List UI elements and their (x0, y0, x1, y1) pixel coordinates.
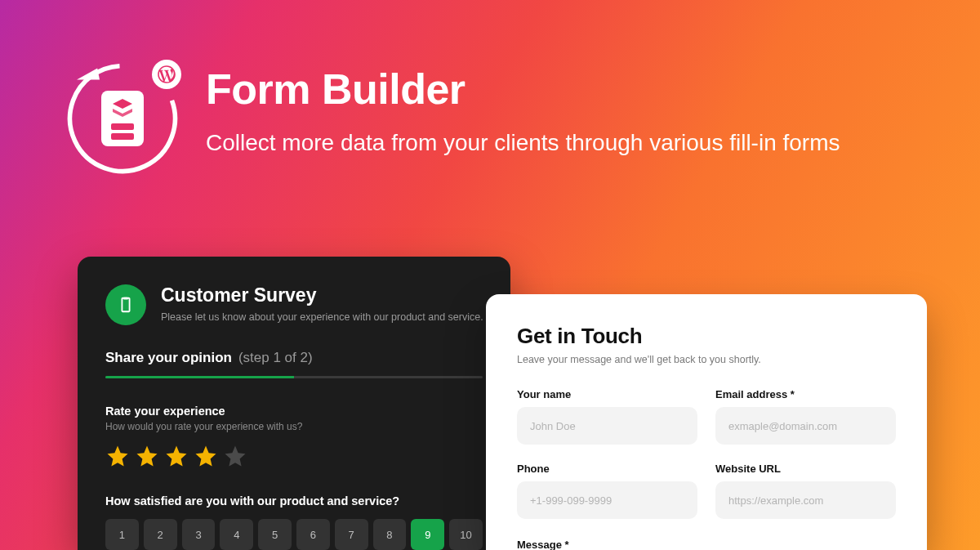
email-input[interactable] (715, 407, 896, 445)
star-icon[interactable] (223, 444, 247, 468)
survey-title: Customer Survey (161, 284, 483, 306)
scale-button[interactable]: 2 (144, 519, 177, 550)
website-field-group: Website URL (715, 463, 896, 519)
header: Form Builder Collect more data from your… (65, 61, 840, 176)
scale-button[interactable]: 8 (373, 519, 407, 550)
clipboard-icon (105, 284, 146, 325)
phone-label: Phone (517, 463, 697, 475)
contact-title: Get in Touch (517, 324, 896, 349)
scale-button[interactable]: 10 (449, 519, 483, 550)
scale-button[interactable]: 9 (411, 519, 444, 550)
email-label: Email address * (715, 388, 896, 400)
contact-card: Get in Touch Leave your message and we'l… (486, 294, 927, 550)
contact-subtitle: Leave your message and we'll get back to… (517, 354, 896, 365)
product-logo (65, 61, 180, 176)
website-label: Website URL (715, 463, 896, 475)
progress-bar (105, 376, 483, 378)
scale-button[interactable]: 1 (105, 519, 139, 550)
page-title: Form Builder (206, 65, 840, 114)
survey-description: Please let us know about your experience… (161, 311, 483, 323)
email-field-group: Email address * (715, 388, 896, 445)
svg-rect-4 (123, 297, 128, 300)
website-input[interactable] (715, 481, 896, 519)
document-stack-icon (101, 91, 144, 146)
form-previews: Customer Survey Please let us know about… (78, 257, 927, 550)
title-block: Form Builder Collect more data from your… (206, 61, 840, 160)
scale-button[interactable]: 6 (296, 519, 330, 550)
step-lead: Share your opinion (105, 350, 232, 366)
rating-label: Rate your experience (105, 405, 483, 418)
scale-button[interactable]: 4 (220, 519, 253, 550)
name-input[interactable] (517, 407, 697, 445)
wordpress-icon (152, 60, 181, 89)
scale-button[interactable]: 7 (335, 519, 368, 550)
progress-fill (105, 376, 294, 378)
phone-field-group: Phone (517, 463, 697, 519)
message-label: Message * (517, 539, 896, 550)
star-icon[interactable] (164, 444, 189, 468)
star-icon[interactable] (135, 444, 159, 468)
step-count: (step 1 of 2) (238, 350, 313, 366)
scale-button[interactable]: 3 (182, 519, 216, 550)
rating-sublabel: How would you rate your experience with … (105, 421, 483, 432)
star-icon[interactable] (105, 444, 130, 468)
satisfaction-label: How satisfied are you with our product a… (105, 494, 483, 508)
name-label: Your name (517, 388, 697, 400)
step-indicator: Share your opinion (step 1 of 2) (105, 350, 483, 366)
name-field-group: Your name (517, 388, 697, 445)
star-rating[interactable] (105, 444, 483, 468)
hero-banner: Form Builder Collect more data from your… (0, 0, 980, 550)
svg-rect-2 (111, 123, 134, 130)
satisfaction-scale: 1 2 3 4 5 6 7 8 9 10 (105, 519, 483, 550)
survey-card: Customer Survey Please let us know about… (78, 257, 510, 550)
scale-button[interactable]: 5 (258, 519, 292, 550)
page-subtitle: Collect more data from your clients thro… (206, 127, 840, 160)
phone-input[interactable] (517, 481, 697, 519)
svg-rect-3 (111, 133, 134, 140)
star-icon[interactable] (194, 444, 218, 468)
